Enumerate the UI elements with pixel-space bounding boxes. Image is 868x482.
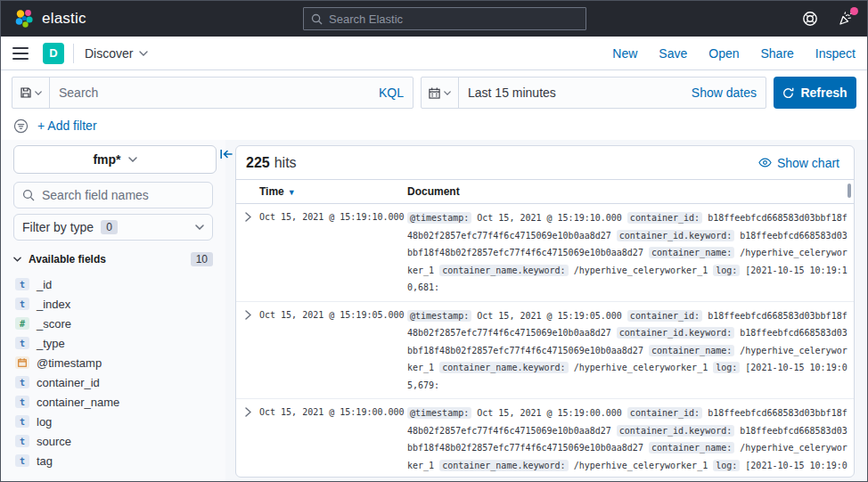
- field-item-source[interactable]: tsource: [13, 431, 213, 451]
- field-search-input[interactable]: Search field names: [13, 182, 213, 208]
- nav-action-save[interactable]: Save: [659, 46, 687, 61]
- field-item-score[interactable]: #_score: [13, 314, 213, 333]
- newsfeed-icon[interactable]: [837, 10, 855, 28]
- nav-action-share[interactable]: Share: [761, 46, 794, 61]
- field-name: _type: [37, 337, 65, 350]
- doc-field-key: container_id:: [627, 212, 702, 224]
- elastic-logo[interactable]: elastic: [13, 8, 86, 29]
- doc-field-key: container_id.keyword:: [617, 230, 734, 241]
- expand-row-icon[interactable]: [236, 307, 259, 395]
- global-search-input[interactable]: Search Elastic: [303, 7, 586, 30]
- nav-action-inspect[interactable]: Inspect: [815, 46, 856, 61]
- field-item-tag[interactable]: ttag: [13, 451, 213, 470]
- eye-icon: [758, 158, 772, 167]
- doc-field-value: /hyperhive_celeryworker_1: [574, 266, 708, 275]
- global-search-placeholder: Search Elastic: [329, 12, 403, 26]
- field-type-string-icon: t: [15, 396, 29, 408]
- page-title: Discover: [85, 46, 133, 61]
- doc-field-value: Oct 15, 2021 @ 15:19:05.000: [477, 311, 622, 321]
- results-panel: 225 hits Show chart Time▼ D: [235, 145, 855, 478]
- doc-field-key: container_name:: [649, 345, 734, 356]
- field-item-log[interactable]: tlog: [13, 412, 213, 431]
- nav-action-open[interactable]: Open: [708, 46, 739, 61]
- doc-field-key: container_id.keyword:: [617, 327, 734, 339]
- column-header-document[interactable]: Document: [407, 185, 854, 198]
- filter-by-type-select[interactable]: Filter by type 0: [13, 214, 213, 241]
- field-type-date-icon: [15, 356, 29, 369]
- nav-action-new[interactable]: New: [612, 46, 637, 61]
- add-filter-button[interactable]: + Add filter: [37, 118, 97, 133]
- sort-desc-icon: ▼: [288, 188, 296, 197]
- column-header-time[interactable]: Time▼: [259, 185, 407, 198]
- doc-field-key: container_id.keyword:: [617, 425, 734, 437]
- expand-row-icon[interactable]: [236, 404, 259, 478]
- table-row: Oct 15, 2021 @ 15:19:05.000@timestamp: O…: [236, 302, 854, 400]
- field-item-container_id[interactable]: tcontainer_id: [13, 372, 213, 392]
- row-timestamp: Oct 15, 2021 @ 15:19:00.000: [259, 404, 407, 478]
- vertical-scrollbar[interactable]: [848, 184, 851, 198]
- datepicker-quick-menu-button[interactable]: [422, 78, 459, 108]
- query-placeholder: Search: [59, 86, 98, 100]
- doc-field-key: container_name:: [649, 247, 734, 258]
- doc-field-key: container_name.keyword:: [439, 460, 568, 471]
- discover-content: fmp* Search field names Filter by type 0: [1, 140, 867, 481]
- chevron-down-icon: [195, 225, 204, 230]
- table-header: Time▼ Document: [236, 180, 854, 204]
- field-name: source: [37, 435, 71, 448]
- search-icon: [311, 13, 323, 25]
- refresh-button[interactable]: Refresh: [774, 77, 856, 109]
- time-range-value[interactable]: Last 15 minutes Show dates: [459, 78, 766, 108]
- expand-row-icon[interactable]: [236, 209, 259, 297]
- chevron-down-icon: [139, 51, 148, 56]
- kql-language-button[interactable]: KQL: [379, 86, 404, 100]
- app-badge: D: [43, 43, 64, 64]
- index-pattern-selector[interactable]: fmp*: [13, 145, 217, 174]
- field-search-placeholder: Search field names: [42, 188, 149, 202]
- query-search-input[interactable]: Search KQL: [50, 78, 413, 108]
- show-chart-button[interactable]: Show chart: [758, 156, 839, 170]
- kibana-window: elastic Search Elastic: [0, 0, 868, 482]
- field-type-string-icon: t: [15, 415, 29, 428]
- doc-field-key: container_id:: [627, 407, 702, 419]
- chevron-down-icon: [13, 257, 21, 262]
- field-item-container_name[interactable]: tcontainer_name: [13, 392, 213, 412]
- breadcrumb[interactable]: Discover: [85, 46, 148, 61]
- field-name: container_name: [37, 396, 119, 409]
- results-area: 225 hits Show chart Time▼ D: [225, 140, 867, 481]
- field-item-timestamp[interactable]: @timestamp: [13, 353, 213, 372]
- doc-field-key: container_name:: [649, 442, 734, 453]
- field-item-index[interactable]: t_index: [13, 294, 213, 314]
- row-document: @timestamp: Oct 15, 2021 @ 15:19:00.000 …: [407, 404, 854, 478]
- row-timestamp: Oct 15, 2021 @ 15:19:05.000: [259, 307, 407, 395]
- field-name: _id: [37, 278, 52, 291]
- save-icon: [20, 87, 31, 98]
- help-icon[interactable]: [801, 10, 819, 28]
- document-rows: Oct 15, 2021 @ 15:19:10.000@timestamp: O…: [236, 204, 854, 478]
- doc-field-key: container_name.keyword:: [439, 362, 568, 373]
- doc-field-value: Oct 15, 2021 @ 15:19:00.000: [477, 408, 622, 418]
- row-timestamp: Oct 15, 2021 @ 15:19:10.000: [259, 209, 407, 297]
- doc-field-key: log:: [713, 460, 740, 471]
- type-filter-count-badge: 0: [101, 220, 118, 234]
- filter-set-icon[interactable]: [13, 118, 29, 134]
- field-type-string-icon: t: [15, 337, 29, 349]
- notification-badge: [850, 7, 858, 15]
- search-icon: [22, 189, 35, 201]
- refresh-icon: [782, 87, 794, 99]
- doc-field-value: /hyperhive_celeryworker_1: [574, 363, 708, 372]
- show-dates-button[interactable]: Show dates: [692, 86, 757, 100]
- divider: [73, 44, 74, 63]
- available-fields-header[interactable]: Available fields 10: [13, 252, 213, 266]
- field-item-type[interactable]: t_type: [13, 333, 213, 353]
- calendar-icon: [429, 87, 440, 99]
- field-name: container_id: [37, 376, 100, 389]
- saved-query-menu-button[interactable]: [12, 78, 50, 108]
- chevron-down-icon: [35, 91, 42, 95]
- field-item-id[interactable]: t_id: [13, 274, 213, 294]
- hits-count: 225: [246, 155, 270, 171]
- query-area: Search KQL Last 15 minutes: [1, 70, 867, 140]
- row-document: @timestamp: Oct 15, 2021 @ 15:19:05.000 …: [407, 307, 854, 395]
- menu-icon[interactable]: [12, 47, 29, 60]
- field-name: log: [37, 415, 52, 429]
- field-list: t_idt_index#_scoret_type@timestamptconta…: [13, 274, 213, 470]
